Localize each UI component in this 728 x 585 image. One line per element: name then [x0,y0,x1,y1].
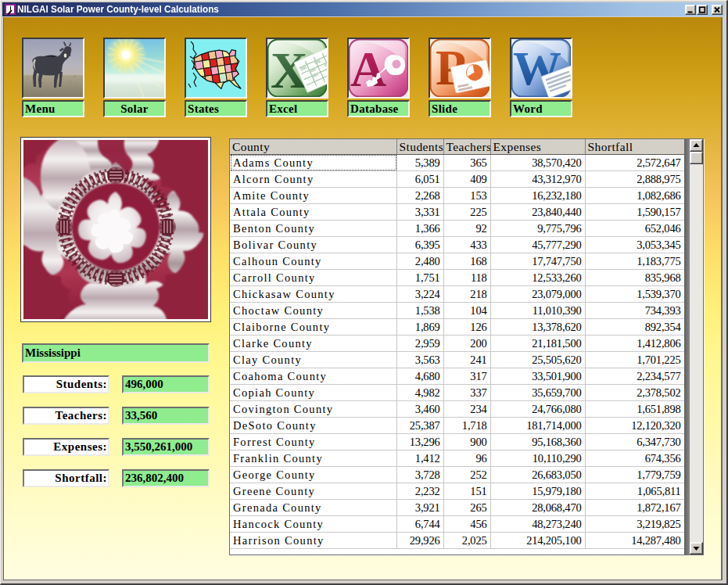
svg-text:A: A [350,41,386,97]
